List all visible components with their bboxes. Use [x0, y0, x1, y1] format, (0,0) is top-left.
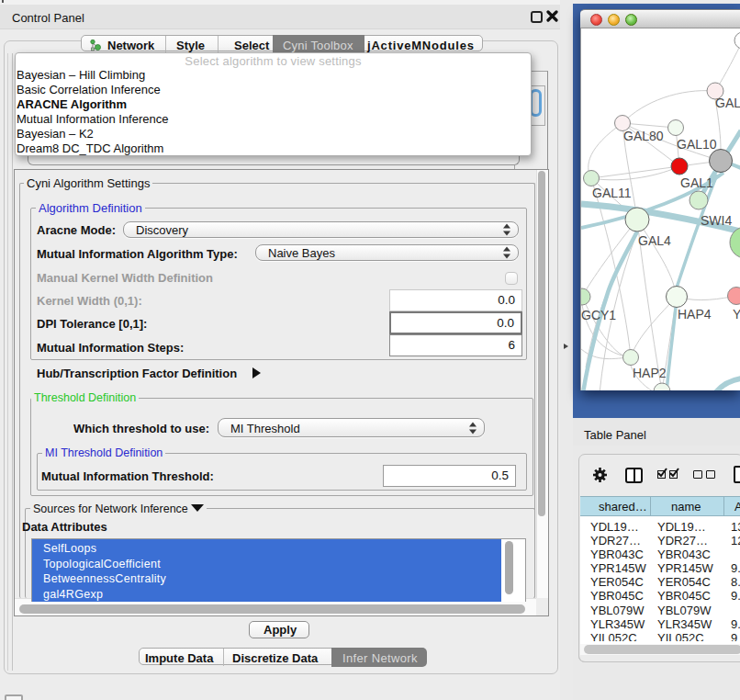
svg-text:HAP2: HAP2: [633, 366, 667, 380]
svg-text:GCY1: GCY1: [581, 308, 616, 322]
svg-text:GAL4: GAL4: [638, 233, 671, 248]
svg-text:GAL10: GAL10: [677, 137, 717, 152]
svg-text:GAL80: GAL80: [623, 129, 664, 143]
svg-text:GAL7: GAL7: [715, 96, 740, 110]
svg-text:GAL1: GAL1: [680, 175, 713, 190]
svg-text:HAP4: HAP4: [678, 307, 712, 322]
svg-text:YD: YD: [733, 307, 740, 322]
svg-text:GAL11: GAL11: [592, 186, 632, 200]
svg-text:SWI4: SWI4: [701, 213, 732, 228]
